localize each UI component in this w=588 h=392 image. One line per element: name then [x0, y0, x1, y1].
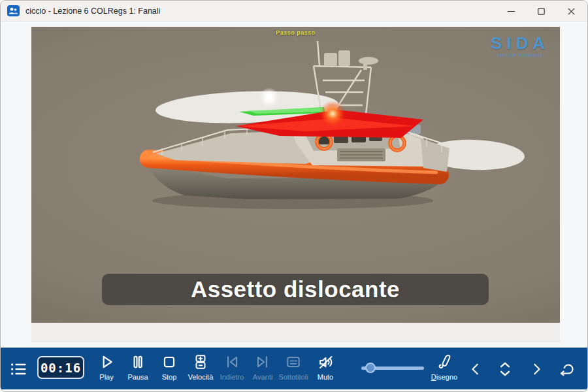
skip-back-label: Indietro	[220, 373, 244, 381]
pause-label: Pausa	[127, 373, 148, 381]
chevron-left-icon	[468, 361, 483, 377]
return-loop-icon	[557, 361, 576, 378]
window-controls	[496, 1, 586, 22]
mute-label: Muto	[318, 373, 333, 381]
video-canvas[interactable]: Passo passo	[31, 27, 560, 323]
stop-label: Stop	[162, 373, 177, 381]
subtitles-icon	[285, 352, 302, 372]
people-icon	[7, 5, 20, 17]
timer-value: 00:16	[41, 361, 81, 375]
content-area: Passo passo	[1, 22, 587, 348]
replay-button[interactable]	[555, 358, 578, 380]
sida-logo-subtitle: AutoSoft Multimedia	[491, 53, 549, 57]
titlebar: ciccio - Lezione 6 COLRegs 1: Fanali	[1, 1, 587, 22]
app-window: ciccio - Lezione 6 COLRegs 1: Fanali Pas…	[0, 0, 588, 392]
pause-icon	[129, 352, 146, 372]
speed-icon	[192, 352, 209, 372]
draw-label: Disegno	[431, 373, 457, 381]
expand-collapse-button[interactable]	[493, 358, 517, 380]
previous-slide-button[interactable]	[464, 358, 487, 380]
sida-logo-title: SIDA	[491, 35, 549, 52]
sida-logo: SIDA AutoSoft Multimedia	[491, 35, 549, 57]
close-button[interactable]	[556, 1, 586, 22]
minimize-button[interactable]	[496, 1, 526, 22]
chevron-right-icon	[529, 361, 544, 377]
skip-forward-icon	[254, 352, 271, 372]
video-lower-strip	[31, 323, 560, 342]
expand-updown-icon	[497, 360, 514, 378]
volume-slider-handle[interactable]	[365, 363, 376, 373]
mute-icon	[317, 352, 335, 372]
draw-pen-icon	[436, 352, 453, 372]
subtitles-label: Sottotitoli	[278, 373, 308, 381]
skip-forward-label: Avanti	[253, 373, 272, 381]
next-slide-button[interactable]	[525, 358, 548, 380]
speed-label: Velocità	[188, 373, 214, 381]
playlist-button[interactable]	[8, 359, 31, 379]
window-title: ciccio - Lezione 6 COLRegs 1: Fanali	[25, 7, 160, 16]
draw-button[interactable]: Disegno	[425, 352, 463, 387]
maximize-button[interactable]	[526, 1, 556, 22]
caption-text: Assetto dislocante	[191, 276, 400, 302]
play-label: Play	[99, 373, 113, 381]
stop-icon	[161, 352, 178, 372]
volume-slider[interactable]	[361, 363, 424, 373]
skip-back-icon	[223, 352, 240, 372]
mute-button[interactable]: Muto	[306, 352, 344, 387]
timer-display: 00:16	[37, 356, 84, 379]
caption-banner: Assetto dislocante	[102, 274, 489, 305]
media-controlbar: 00:16 Play Pausa Stop	[1, 348, 587, 389]
play-icon	[98, 352, 115, 372]
